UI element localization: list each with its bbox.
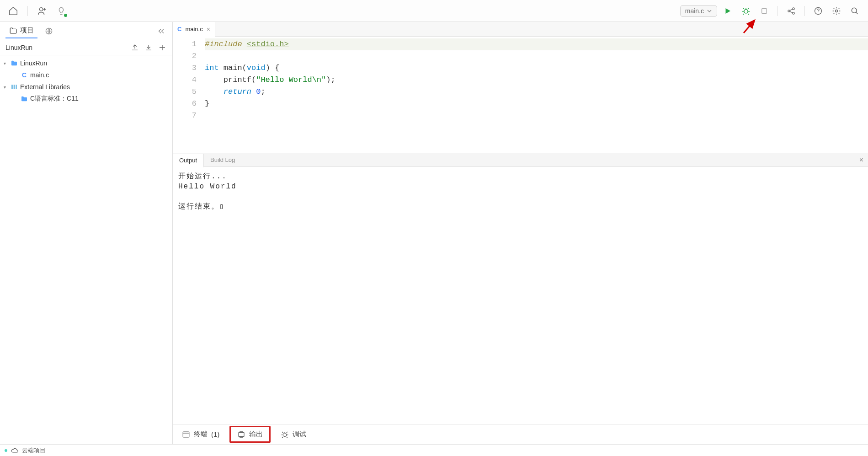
svg-point-16 <box>283 433 287 437</box>
svg-point-1 <box>744 9 748 13</box>
divider <box>27 6 28 16</box>
tree-label: main.c <box>30 71 49 79</box>
svg-point-7 <box>836 10 838 12</box>
bottombar-output-label: 输出 <box>249 430 263 439</box>
upload-icon[interactable] <box>130 43 139 52</box>
editor-tab-mainc[interactable]: C main.c × <box>173 22 215 37</box>
code-content[interactable]: #include <stdio.h> int main(void) { prin… <box>205 37 868 153</box>
output-icon <box>237 430 245 439</box>
run-target-dropdown[interactable]: main.c <box>680 5 717 17</box>
sidebar-tab-web[interactable] <box>41 24 57 38</box>
help-icon[interactable] <box>810 3 826 19</box>
bottombar-terminal[interactable]: 终端 (1) <box>176 427 226 441</box>
close-panel-icon[interactable]: × <box>855 156 868 164</box>
settings-icon[interactable] <box>829 3 844 19</box>
top-toolbar: main.c <box>0 0 868 22</box>
share-icon[interactable] <box>783 3 799 19</box>
folder-icon <box>10 59 18 67</box>
editor-tabs: C main.c × <box>173 22 868 37</box>
line-gutter: 1 2 3 4 5 6 7 <box>173 37 205 153</box>
add-user-icon[interactable] <box>34 3 50 19</box>
svg-rect-2 <box>762 8 767 13</box>
bottombar-terminal-label: 终端 <box>194 430 208 439</box>
c-file-icon: C <box>177 26 181 32</box>
terminal-icon <box>182 430 190 439</box>
search-icon[interactable] <box>847 3 863 19</box>
editor-tab-label: main.c <box>185 26 202 32</box>
run-target-label: main.c <box>685 7 704 15</box>
sidebar: 项目 LinuxRun ▾ <box>0 22 173 444</box>
collapse-sidebar-button[interactable] <box>155 25 167 37</box>
bottombar-debug[interactable]: 调试 <box>274 427 313 441</box>
debug-icon <box>281 430 289 439</box>
chevron-down-icon <box>707 8 712 14</box>
panel-tab-output[interactable]: Output <box>173 154 204 167</box>
folder-icon <box>20 95 28 102</box>
panel-tab-buildlog[interactable]: Build Log <box>204 153 241 167</box>
tree-label: External Libraries <box>20 83 70 91</box>
file-tree: ▾ LinuxRun C main.c ▾ External Libraries… <box>0 55 172 444</box>
editor-column: C main.c × 1 2 3 4 5 6 7 #include <stdio… <box>173 22 868 444</box>
output-content[interactable]: 开始运行... Hello World 运行结束。▯ <box>173 167 868 424</box>
close-tab-icon[interactable]: × <box>207 26 210 33</box>
status-cloud-label: 云端项目 <box>22 446 46 455</box>
tree-external-libraries[interactable]: ▾ External Libraries <box>0 81 172 93</box>
cloud-icon <box>11 447 18 454</box>
globe-icon <box>45 27 53 35</box>
tree-label: C语言标准：C11 <box>30 95 79 103</box>
svg-rect-13 <box>16 85 17 89</box>
bottombar-output[interactable]: 输出 <box>229 426 271 443</box>
add-icon[interactable] <box>158 43 167 52</box>
project-name: LinuxRun <box>5 44 32 51</box>
divider <box>777 6 778 16</box>
run-button[interactable] <box>720 3 735 19</box>
stop-button[interactable] <box>756 3 772 19</box>
divider <box>804 6 805 16</box>
sidebar-tab-project[interactable]: 项目 <box>5 23 37 38</box>
code-editor[interactable]: 1 2 3 4 5 6 7 #include <stdio.h> int mai… <box>173 37 868 153</box>
tree-c-standard[interactable]: C语言标准：C11 <box>0 93 172 105</box>
svg-rect-14 <box>183 432 189 437</box>
bottombar-debug-label: 调试 <box>293 430 306 439</box>
download-icon[interactable] <box>144 43 153 52</box>
tree-folder-root[interactable]: ▾ LinuxRun <box>0 57 172 69</box>
status-bar: 云端项目 <box>0 444 868 456</box>
sidebar-tab-project-label: 项目 <box>20 26 34 35</box>
svg-point-8 <box>852 8 857 13</box>
tree-file-mainc[interactable]: C main.c <box>0 69 172 81</box>
status-dot <box>5 449 7 452</box>
lightbulb-icon[interactable] <box>53 3 69 19</box>
svg-rect-11 <box>11 85 13 89</box>
bottombar-terminal-count: (1) <box>211 430 219 438</box>
svg-rect-12 <box>14 85 15 89</box>
folder-icon <box>9 27 17 35</box>
svg-rect-15 <box>239 432 244 436</box>
tree-label: LinuxRun <box>20 59 47 67</box>
home-icon[interactable] <box>5 3 21 19</box>
bottom-bar: 终端 (1) 输出 调试 <box>173 424 868 444</box>
c-file-icon: C <box>20 71 28 79</box>
debug-button[interactable] <box>738 3 754 19</box>
bottom-panel: Output Build Log × 开始运行... Hello World 运… <box>173 153 868 444</box>
library-icon <box>10 83 18 91</box>
svg-point-0 <box>40 7 43 11</box>
